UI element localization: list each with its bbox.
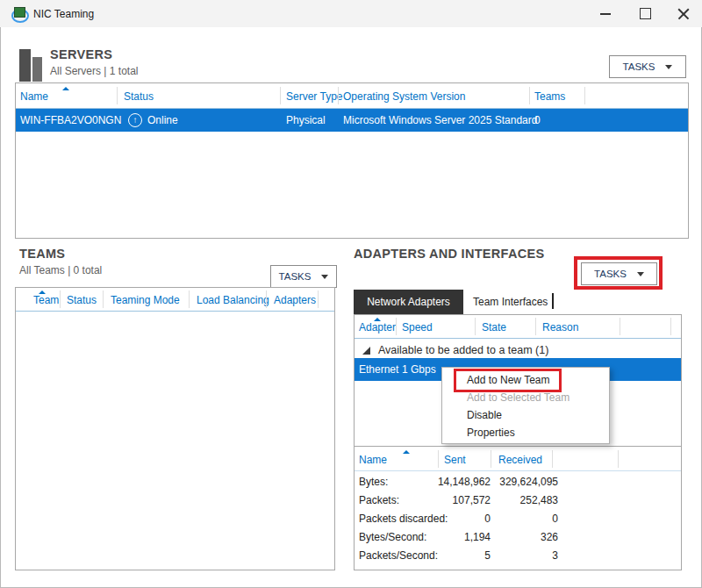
teams-heading: TEAMS (19, 247, 65, 261)
stats-row-received: 3 (495, 549, 558, 562)
column-separator (620, 318, 620, 335)
column-separator (103, 290, 104, 308)
column-separator (584, 87, 585, 104)
column-separator (117, 87, 118, 104)
servers-col-status[interactable]: Status (124, 90, 154, 103)
stats-row-received: 0 (495, 513, 558, 525)
adapter-name: Ethernet (359, 363, 398, 376)
server-name: WIN-FFBA2VO0NGN (20, 114, 121, 126)
maximize-button[interactable] (630, 0, 660, 27)
column-separator (491, 450, 491, 468)
stats-col-name[interactable]: Name (359, 454, 387, 466)
teams-tasks-button[interactable]: TASKS (270, 265, 337, 288)
window-title: NIC Teaming (33, 8, 94, 20)
annotation-box-tasks (574, 256, 663, 290)
column-separator (338, 87, 339, 104)
server-status: Online (147, 114, 178, 126)
teams-col-team[interactable]: Team (33, 294, 59, 306)
teams-col-adapters[interactable]: Adapters (274, 294, 316, 306)
column-separator (266, 290, 267, 308)
statistics-table: Name Sent Received Bytes: 14,148,962 329… (354, 446, 682, 570)
column-separator (438, 450, 439, 468)
sort-ascending-icon (403, 450, 410, 454)
stats-row-sent: 5 (407, 549, 491, 562)
server-teams-count: 0 (534, 114, 541, 126)
adapters-col-adapter[interactable]: Adapter (359, 321, 396, 333)
adapter-speed: 1 Gbps (402, 363, 436, 376)
servers-col-name[interactable]: Name (20, 90, 48, 103)
nic-teaming-window: NIC Teaming SERVERS All Servers | 1 tota… (0, 0, 702, 588)
column-separator (396, 318, 397, 335)
tab-team-interfaces[interactable]: Team Interfaces (473, 296, 548, 308)
adapters-col-speed[interactable]: Speed (402, 321, 433, 333)
teams-col-status[interactable]: Status (67, 294, 97, 306)
tab-network-adapters[interactable]: Network Adapters (354, 290, 463, 314)
statistics-table-header: Name Sent Received (355, 447, 681, 471)
servers-icon-tower (19, 49, 31, 82)
servers-col-os-version[interactable]: Operating System Version (343, 90, 465, 103)
column-separator (670, 318, 671, 335)
stats-row-sent: 1,194 (407, 531, 491, 543)
close-button[interactable] (669, 0, 698, 27)
stats-col-sent[interactable]: Sent (444, 454, 466, 466)
column-separator (189, 290, 190, 308)
adapter-group-label[interactable]: Available to be added to a team (1) (378, 344, 548, 356)
servers-tasks-button[interactable]: TASKS (609, 55, 686, 78)
stats-row: Bytes/Second: 1,194 326 (355, 531, 681, 549)
server-type: Physical (286, 114, 326, 126)
dropdown-icon (665, 65, 672, 69)
column-separator (552, 450, 553, 468)
servers-col-server-type[interactable]: Server Type (286, 90, 342, 103)
online-status-icon: ↑ (128, 113, 142, 127)
stats-row-label: Packets: (359, 494, 399, 506)
stats-row-sent: 0 (407, 513, 491, 525)
stats-row-sent: 14,148,962 (407, 476, 491, 488)
teams-table: Team Status Teaming Mode Load Balancing … (15, 287, 335, 570)
stats-row: Packets: 107,572 252,483 (355, 494, 681, 513)
column-separator (535, 318, 536, 335)
teams-col-teaming-mode[interactable]: Teaming Mode (111, 294, 180, 306)
servers-table: Name Status Server Type Operating System… (15, 82, 689, 239)
minimize-icon (600, 13, 611, 15)
teams-col-load-balancing[interactable]: Load Balancing (197, 294, 269, 306)
menu-item-disable[interactable]: Disable (442, 406, 609, 424)
stats-row-received: 252,483 (495, 494, 558, 506)
dropdown-icon (321, 275, 328, 279)
server-os-version: Microsoft Windows Server 2025 Standard (343, 114, 537, 126)
column-separator (529, 87, 530, 104)
tab-divider (552, 293, 554, 309)
servers-icon (19, 49, 46, 82)
maximize-icon (640, 8, 651, 19)
stats-row: Packets/Second: 5 3 (355, 549, 681, 568)
stats-row-label: Bytes: (359, 476, 388, 488)
servers-table-header: Name Status Server Type Operating System… (16, 83, 688, 109)
adapters-col-state[interactable]: State (482, 321, 506, 333)
stats-row: Packets discarded: 0 0 (355, 513, 681, 531)
menu-item-properties[interactable]: Properties (442, 424, 609, 441)
app-icon-screen (14, 7, 25, 18)
server-row[interactable]: WIN-FFBA2VO0NGN ↑ Online Physical Micros… (16, 109, 688, 132)
stats-row-received: 329,624,095 (495, 476, 558, 488)
stats-row: Bytes: 14,148,962 329,624,095 (355, 476, 681, 494)
minimize-button[interactable] (591, 0, 620, 27)
teams-subheading: All Teams | 0 total (19, 264, 102, 276)
teams-table-header: Team Status Teaming Mode Load Balancing … (16, 288, 334, 312)
annotation-box-add-to-new-team (454, 369, 562, 392)
column-separator (280, 87, 281, 104)
adapters-table-header: Adapter Speed State Reason (355, 315, 681, 339)
sort-ascending-icon (62, 87, 69, 90)
adapters-heading: ADAPTERS AND INTERFACES (354, 247, 544, 261)
adapters-col-reason[interactable]: Reason (542, 321, 578, 333)
servers-tasks-label: TASKS (623, 61, 655, 72)
column-separator (60, 290, 61, 308)
servers-col-teams[interactable]: Teams (534, 90, 565, 103)
stats-col-received[interactable]: Received (498, 454, 542, 466)
title-bar: NIC Teaming (0, 0, 702, 27)
servers-heading: SERVERS (50, 47, 112, 61)
column-separator (618, 450, 619, 468)
group-expanded-icon[interactable] (362, 347, 370, 355)
stats-row-sent: 107,572 (407, 494, 491, 506)
stats-row-received: 326 (495, 531, 558, 543)
column-separator (318, 290, 319, 308)
servers-icon-tower (32, 57, 42, 82)
